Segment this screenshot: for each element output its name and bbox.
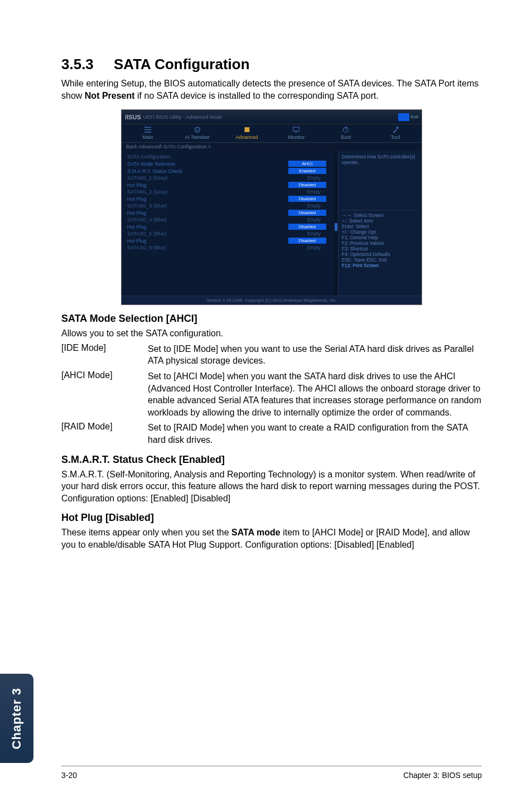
bios-header-suffix: UEFI BIOS Utility - Advanced Mode bbox=[143, 114, 223, 120]
option-value: Set to [IDE Mode] when you want to use t… bbox=[148, 343, 482, 367]
bios-value-text: Empty bbox=[307, 231, 321, 236]
bios-value-button[interactable]: Disabled bbox=[288, 196, 326, 202]
bios-tab-label: Advanced bbox=[236, 134, 258, 140]
footer-chapter: Chapter 3: BIOS setup bbox=[403, 771, 482, 780]
bios-content: SATA Configuration SATA Mode SelectionAH… bbox=[122, 151, 422, 296]
bios-tabs: Main Ai Tweaker Advanced Monitor Boot To… bbox=[122, 124, 422, 143]
bios-breadcrumb: Back Advanced\ SATA Configuration > bbox=[122, 143, 422, 151]
svg-rect-1 bbox=[144, 129, 151, 130]
bios-row-label: SATA3G_3 (Blue) bbox=[127, 203, 239, 209]
bios-value-text: Empty bbox=[307, 203, 321, 209]
help-line: F4: Optimized Defaults bbox=[342, 252, 418, 257]
bios-value-button[interactable]: Disabled bbox=[288, 210, 326, 216]
svg-rect-6 bbox=[293, 127, 299, 131]
section-title: SATA Configuration bbox=[114, 56, 250, 73]
bios-row-label: SATA3G_4 (Blue) bbox=[127, 217, 239, 223]
bios-titlebar: /ISUS UEFI BIOS Utility - Advanced Mode … bbox=[122, 110, 422, 124]
bios-exit-label: Exit bbox=[411, 114, 418, 119]
option-key: [RAID Mode] bbox=[61, 422, 148, 446]
bios-value-text: Empty bbox=[307, 175, 321, 181]
bios-row-label: SATA Configuration bbox=[127, 154, 239, 160]
svg-rect-9 bbox=[345, 127, 346, 129]
bios-value-button[interactable]: Disabled bbox=[288, 182, 326, 188]
svg-rect-0 bbox=[144, 127, 151, 128]
smart-heading: S.M.A.R.T. Status Check [Enabled] bbox=[61, 454, 482, 466]
bios-tab-boot[interactable]: Boot bbox=[323, 125, 369, 140]
bios-tab-main[interactable]: Main bbox=[125, 125, 171, 140]
svg-rect-5 bbox=[244, 127, 249, 132]
help-line: →←: Select Screen bbox=[342, 212, 418, 218]
bios-tab-advanced[interactable]: Advanced bbox=[224, 125, 270, 140]
bios-tab-label: Boot bbox=[341, 134, 351, 140]
bios-row-label: SATA6G_2 (Gray) bbox=[127, 189, 239, 195]
sata-mode-intro: Allows you to set the SATA configuration… bbox=[61, 327, 482, 340]
svg-rect-7 bbox=[296, 132, 298, 133]
svg-point-4 bbox=[196, 129, 198, 131]
bios-row-label[interactable]: Hot Plug bbox=[127, 210, 239, 216]
bios-logo: /ISUS bbox=[125, 114, 141, 120]
bios-value-button[interactable]: Enabled bbox=[288, 168, 326, 174]
bios-value-text: Empty bbox=[307, 189, 321, 195]
intro-bold: Not Present bbox=[85, 91, 135, 100]
hotplug-body: These items appear only when you set the… bbox=[61, 526, 482, 550]
bios-row-label[interactable]: S.M.A.R.T. Status Check bbox=[127, 168, 239, 174]
section-intro: While entering Setup, the BIOS automatic… bbox=[61, 78, 482, 102]
page-number: 3-20 bbox=[61, 771, 77, 780]
bios-help-text: Determines how SATA controller(s) operat… bbox=[342, 154, 418, 210]
option-row: [AHCI Mode] Set to [AHCI Mode] when you … bbox=[61, 370, 482, 418]
tools-icon bbox=[391, 125, 399, 133]
hotplug-heading: Hot Plug [Disabled] bbox=[61, 512, 482, 524]
chapter-side-tab: Chapter 3 bbox=[0, 674, 33, 763]
bios-value-text: Empty bbox=[307, 245, 321, 250]
bios-row-label[interactable]: SATA Mode Selection bbox=[127, 161, 239, 167]
bios-left-pane: SATA Configuration SATA Mode SelectionAH… bbox=[122, 151, 334, 296]
help-line: Enter: Select bbox=[342, 224, 418, 229]
help-line: F2: Previous Values bbox=[342, 240, 418, 246]
bios-row-label[interactable]: Hot Plug bbox=[127, 196, 239, 202]
bios-tab-label: Main bbox=[142, 134, 153, 140]
bios-tab-tweaker[interactable]: Ai Tweaker bbox=[175, 125, 220, 140]
bios-row-label[interactable]: Hot Plug bbox=[127, 238, 239, 244]
option-row: [IDE Mode] Set to [IDE Mode] when you wa… bbox=[61, 343, 482, 367]
option-key: [AHCI Mode] bbox=[61, 370, 148, 418]
list-icon bbox=[144, 125, 152, 133]
power-icon bbox=[342, 125, 350, 133]
bios-help-pane: Determines how SATA controller(s) operat… bbox=[338, 151, 422, 296]
bios-exit-button[interactable] bbox=[398, 113, 409, 121]
option-key: [IDE Mode] bbox=[61, 343, 148, 367]
bios-footer: Version 2.10.1208. Copyright (C) 2012 Am… bbox=[122, 296, 422, 305]
hotplug-bold: SATA mode bbox=[231, 528, 280, 537]
option-row: [RAID Mode] Set to [RAID Mode] when you … bbox=[61, 422, 482, 446]
section-number: 3.5.3 bbox=[61, 56, 94, 73]
hotplug-pre: These items appear only when you set the bbox=[61, 528, 231, 537]
help-line: F3: Shortcut bbox=[342, 246, 418, 252]
bios-nav-help: →←: Select Screen ↑↓: Select Item Enter:… bbox=[342, 210, 418, 268]
bios-row-label[interactable]: Hot Plug bbox=[127, 182, 239, 188]
svg-rect-2 bbox=[144, 132, 151, 133]
bios-row-label[interactable]: Hot Plug bbox=[127, 224, 239, 230]
bios-value-button[interactable]: AHCI bbox=[288, 161, 326, 167]
gear-icon bbox=[194, 125, 201, 133]
chapter-side-label: Chapter 3 bbox=[9, 688, 24, 749]
help-line: ↑↓: Select Item bbox=[342, 218, 418, 224]
bios-row-label: SATA3G_5 (Blue) bbox=[127, 231, 239, 236]
section-heading: 3.5.3 SATA Configuration bbox=[61, 56, 482, 73]
bios-tab-monitor[interactable]: Monitor bbox=[273, 125, 319, 140]
bios-value-button[interactable]: Disabled bbox=[288, 224, 326, 230]
monitor-icon bbox=[292, 125, 300, 133]
help-line: F1: General Help bbox=[342, 235, 418, 240]
bios-tab-label: Tool bbox=[391, 134, 400, 140]
page-footer: 3-20 Chapter 3: BIOS setup bbox=[61, 766, 482, 780]
bios-value-button[interactable]: Disabled bbox=[288, 238, 326, 244]
help-line: ESC: Save ESC: Exit bbox=[342, 257, 418, 263]
bios-tab-tool[interactable]: Tool bbox=[373, 125, 418, 140]
chip-icon bbox=[243, 125, 251, 133]
bios-scrollbar[interactable] bbox=[334, 151, 338, 296]
bios-value-text: Empty bbox=[307, 217, 321, 223]
option-value: Set to [AHCI Mode] when you want the SAT… bbox=[148, 370, 482, 418]
sata-mode-heading: SATA Mode Selection [AHCI] bbox=[61, 313, 482, 325]
bios-screenshot: /ISUS UEFI BIOS Utility - Advanced Mode … bbox=[121, 109, 422, 305]
bios-tab-label: Ai Tweaker bbox=[185, 134, 210, 140]
bios-row-label: SATA6G_1 (Gray) bbox=[127, 175, 239, 181]
help-line: F12: Print Screen bbox=[342, 263, 418, 268]
